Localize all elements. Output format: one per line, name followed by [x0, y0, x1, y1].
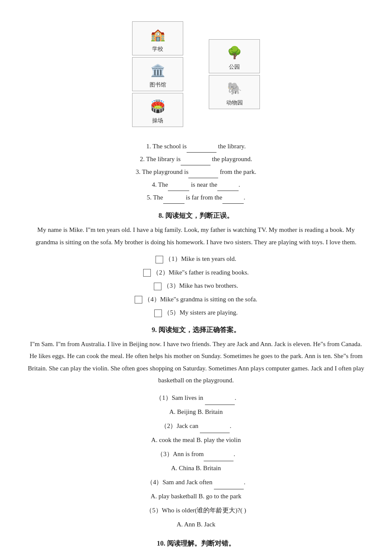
mc-blank-1[interactable]: [205, 397, 235, 405]
fillin-section: 1. The school is the library. 2. The lib…: [26, 140, 366, 204]
school-icon: 🏫: [141, 24, 175, 45]
tf-item-2: （2）Mike"s father is reading books.: [26, 266, 366, 280]
blank-5a[interactable]: [163, 196, 184, 204]
mc-item-5-opt: A. Ann B. Jack: [26, 517, 366, 532]
blank-1[interactable]: [187, 145, 216, 153]
tf-paren-1[interactable]: [156, 256, 163, 263]
fillin-line-3: 3. The playground is from the park.: [26, 165, 366, 178]
fillin-line-1: 1. The school is the library.: [26, 140, 366, 153]
mc-item-2-q: （2）Jack can .: [26, 419, 366, 433]
zoo-label: 动物园: [226, 99, 243, 107]
park-cell: 🌳 公园: [209, 39, 260, 73]
right-image-col: 🌳 公园 🐘 动物园: [209, 21, 260, 127]
mc-item-2-opt: A. cook the meal B. play the violin: [26, 433, 366, 447]
park-icon: 🌳: [217, 42, 251, 63]
zoo-icon: 🐘: [217, 78, 251, 99]
mc-blank-2[interactable]: [200, 425, 230, 433]
image-grid-section: 🏫 学校 🏛️ 图书馆 🏟️ 操场 🌳 公园 🐘 动物园: [132, 21, 260, 127]
tf-paren-2[interactable]: [143, 269, 151, 277]
mc-item-4-opt: A. play basketball B. go to the park: [26, 489, 366, 503]
section9-passage: I"m Sam. I"m from Australia. I live in B…: [26, 338, 366, 387]
zoo-cell: 🐘 动物园: [209, 75, 260, 109]
mc-item-4-q: （4）Sam and Jack often .: [26, 475, 366, 489]
mc-blank-4[interactable]: [214, 482, 244, 489]
school-cell: 🏫 学校: [132, 21, 183, 55]
library-label: 图书馆: [150, 81, 166, 89]
section8-passage: My name is Mike. I"m ten years old. I ha…: [26, 224, 366, 248]
tf-paren-4[interactable]: [135, 296, 142, 304]
playground-icon: 🏟️: [141, 95, 175, 117]
mc-item-5-q: （5）Who is older(谁的年龄更大)?( ): [26, 503, 366, 517]
section10-header: 10. 阅读理解。判断对错。: [157, 539, 235, 548]
library-icon: 🏛️: [141, 60, 175, 81]
section8-header: 8. 阅读短文，判断正误。: [159, 211, 233, 220]
fillin-line-2: 2. The library is the playground.: [26, 153, 366, 165]
library-cell: 🏛️ 图书馆: [132, 57, 183, 91]
page-container: 🏫 学校 🏛️ 图书馆 🏟️ 操场 🌳 公园 🐘 动物园 1.: [26, 17, 366, 555]
mc-item-1-opt: A. Beijing B. Britain: [26, 405, 366, 419]
mc-item-3-q: （3）Ann is from.: [26, 447, 366, 461]
fillin-line-4: 4. The is near the.: [26, 178, 366, 191]
mc-item-3-opt: A. China B. Britain: [26, 461, 366, 475]
mc-item-1-q: （1）Sam lives in .: [26, 391, 366, 405]
tf-item-1: （1）Mike is ten years old.: [26, 252, 366, 266]
section9-header: 9. 阅读短文，选择正确答案。: [152, 326, 240, 335]
tf-paren-5[interactable]: [154, 309, 162, 317]
blank-4b[interactable]: [217, 183, 239, 191]
fillin-line-5: 5. The is far from the.: [26, 191, 366, 204]
left-image-col: 🏫 学校 🏛️ 图书馆 🏟️ 操场: [132, 21, 183, 127]
tf-items: （1）Mike is ten years old. （2）Mike"s fath…: [26, 252, 366, 320]
school-label: 学校: [152, 45, 163, 53]
park-label: 公园: [229, 63, 240, 71]
blank-5b[interactable]: [222, 196, 244, 204]
playground-label: 操场: [152, 117, 163, 124]
mc-blank-3[interactable]: [204, 454, 233, 461]
blank-2[interactable]: [181, 158, 210, 165]
tf-paren-3[interactable]: [154, 283, 161, 290]
blank-4a[interactable]: [168, 183, 189, 191]
mc-items: （1）Sam lives in . A. Beijing B. Britain …: [26, 391, 366, 532]
section8-passage-text: My name is Mike. I"m ten years old. I ha…: [36, 226, 357, 246]
blank-3[interactable]: [188, 171, 218, 178]
playground-cell: 🏟️ 操场: [132, 93, 183, 127]
tf-item-4: （4）Mike"s grandma is sitting on the sofa…: [26, 293, 366, 306]
section9-passage-text: I"m Sam. I"m from Australia. I live in B…: [28, 341, 364, 384]
tf-item-3: （3）Mike has two brothers.: [26, 279, 366, 293]
tf-item-5: （5）My sisters are playing.: [26, 306, 366, 320]
